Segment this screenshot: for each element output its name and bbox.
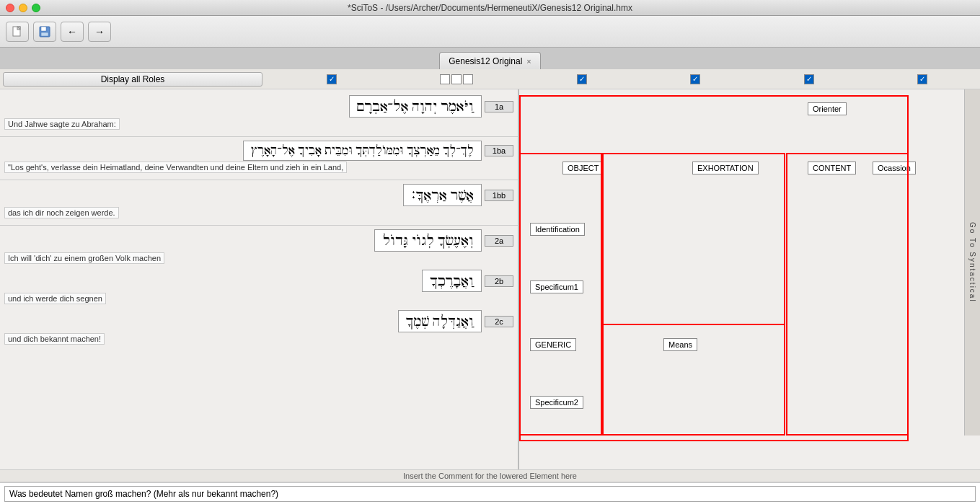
tab-close-button[interactable]: × — [526, 57, 531, 66]
comment-input[interactable] — [4, 486, 976, 502]
text-panel: וַיֹּאמֶר יְהוָה אֶל־אַבְרָם 1a Und Jahw… — [0, 89, 519, 469]
checkbox-6[interactable] — [917, 74, 927, 84]
verse-2c-hebrew[interactable]: וַאֲגַדְּלָה שְׁמֶךָ — [398, 310, 482, 332]
verse-2c-container: וַאֲגַדְּלָה שְׁמֶךָ 2c und dich bekannt… — [0, 309, 518, 348]
checkbox-5[interactable] — [804, 74, 814, 84]
verse-2b-translation: und ich werde dich segnen — [4, 293, 106, 304]
minimize-button[interactable] — [19, 4, 27, 12]
main-content: וַיֹּאמֶר יְהוָה אֶל־אַבְרָם 1a Und Jahw… — [0, 89, 980, 469]
structure-panel: Orienter OBJECT EXHORTATION CONTENT Ocas… — [519, 89, 980, 469]
verse-1a-container: וַיֹּאמֶר יְהוָה אֶל־אַבְרָם 1a Und Jahw… — [0, 94, 518, 133]
save-button[interactable] — [33, 22, 56, 42]
object-red-box — [519, 153, 602, 436]
display-roles-button[interactable]: Display all Roles — [3, 72, 262, 87]
toolbar: ← → — [0, 16, 980, 48]
checkbox-2b[interactable] — [451, 74, 462, 84]
back-icon: ← — [67, 26, 77, 37]
content-red-box — [786, 153, 909, 436]
checkbox-6-item — [917, 74, 927, 84]
checkbox-1-item — [327, 74, 337, 84]
verse-2b-hebrew[interactable]: וַאֲבָרֶכְךָ — [422, 270, 482, 292]
verse-1a-hebrew[interactable]: וַיֹּאמֶר יְהוָה אֶל־אַבְרָם — [349, 95, 482, 118]
verse-2a-hebrew-line: וְאֶעֶשְׂךָ לְגוֹי גָּדוֹל 2a — [4, 229, 513, 252]
verse-1a-id: 1a — [485, 101, 513, 112]
verse-2a-hebrew[interactable]: וְאֶעֶשְׂךָ לְגוֹי גָּדוֹל — [374, 229, 482, 252]
title-bar: *SciToS - /Users/Archer/Documents/Hermen… — [0, 0, 980, 16]
verse-1a-hebrew-line: וַיֹּאמֶר יְהוָה אֶל־אַבְרָם 1a — [4, 95, 513, 118]
structure-container: Orienter OBJECT EXHORTATION CONTENT Ocas… — [519, 89, 980, 469]
verse-2c-translation: und dich bekannt machen! — [4, 333, 105, 345]
verse-2b-hebrew-line: וַאֲבָרֶכְךָ 2b — [4, 270, 513, 292]
checkbox-4[interactable] — [690, 74, 700, 84]
verse-2c-hebrew-line: וַאֲגַדְּלָה שְׁמֶךָ 2c — [4, 310, 513, 332]
verse-1ba-hebrew-line: לֶךְ־לְךָ מֵאַרְצְךָ וּמִמּוֹלַדְתְּךָ ו… — [4, 141, 513, 161]
window-title: *SciToS - /Users/Archer/Documents/Hermen… — [348, 3, 632, 13]
back-button[interactable]: ← — [61, 22, 84, 42]
genesis-tab[interactable]: Genesis12 Original × — [439, 52, 541, 69]
verse-1bb-translation: das ich dir noch zeigen werde. — [4, 207, 119, 218]
traffic-lights — [6, 4, 40, 12]
checkbox-3-item — [577, 74, 587, 84]
verse-1a-translation: Und Jahwe sagte zu Abraham: — [4, 118, 120, 130]
controls-row: Display all Roles — [0, 69, 980, 89]
checkbox-2c[interactable] — [463, 74, 473, 84]
verse-1bb-container: אֲשֶׁר אַרְאֶךָּ׃ 1bb das ich dir noch z… — [0, 182, 518, 221]
verse-1ba-translation: "Los geht's, verlasse dein Heimatland, d… — [4, 162, 347, 173]
tab-bar: Genesis12 Original × — [0, 48, 980, 69]
separator-1 — [0, 136, 518, 137]
comment-bar: Insert the Comment for the lowered Eleme… — [0, 469, 980, 482]
comment-input-area — [0, 482, 980, 504]
verse-1ba-hebrew[interactable]: לֶךְ־לְךָ מֵאַרְצְךָ וּמִמּוֹלַדְתְּךָ ו… — [243, 141, 482, 161]
checkbox-group-3 — [440, 74, 473, 84]
checkbox-4-item — [690, 74, 700, 84]
separator-2 — [0, 180, 518, 180]
close-button[interactable] — [6, 4, 14, 12]
sidebar-label: Go To Syntactical — [964, 89, 980, 436]
verse-1bb-id: 1bb — [485, 190, 513, 201]
separator-3 — [0, 225, 518, 226]
checkbox-5-item — [804, 74, 814, 84]
tab-label: Genesis12 Original — [449, 56, 522, 66]
verse-2b-id: 2b — [485, 275, 513, 287]
new-icon — [11, 25, 24, 38]
verse-1ba-id: 1ba — [485, 145, 513, 156]
forward-icon: → — [94, 26, 105, 37]
sidebar-text: Go To Syntactical — [968, 222, 976, 303]
forward-button[interactable]: → — [88, 22, 111, 42]
maximize-button[interactable] — [32, 4, 40, 12]
save-icon — [38, 25, 51, 38]
new-button[interactable] — [6, 22, 29, 42]
verse-1bb-hebrew-line: אֲשֶׁר אַרְאֶךָּ׃ 1bb — [4, 184, 513, 206]
app-window: *SciToS - /Users/Archer/Documents/Hermen… — [0, 0, 980, 504]
svg-rect-3 — [41, 27, 46, 31]
verse-1bb-hebrew[interactable]: אֲשֶׁר אַרְאֶךָּ׃ — [403, 184, 482, 206]
verse-2a-container: וְאֶעֶשְׂךָ לְגוֹי גָּדוֹל 2a Ich will '… — [0, 228, 518, 267]
verse-2c-id: 2c — [485, 316, 513, 327]
checkbox-2a[interactable] — [440, 74, 450, 84]
checkbox-group — [262, 74, 977, 84]
checkbox-3[interactable] — [577, 74, 587, 84]
verse-2b-container: וַאֲבָרֶכְךָ 2b und ich werde dich segne… — [0, 268, 518, 307]
verse-1ba-container: לֶךְ־לְךָ מֵאַרְצְךָ וּמִמּוֹלַדְתְּךָ ו… — [0, 139, 518, 176]
comment-bar-text: Insert the Comment for the lowered Eleme… — [403, 472, 577, 480]
means-red-box — [602, 324, 785, 436]
verse-2a-id: 2a — [485, 235, 513, 247]
svg-rect-4 — [41, 32, 48, 36]
checkbox-1[interactable] — [327, 74, 337, 84]
verse-2a-translation: Ich will 'dich' zu einem großen Volk mac… — [4, 252, 164, 264]
